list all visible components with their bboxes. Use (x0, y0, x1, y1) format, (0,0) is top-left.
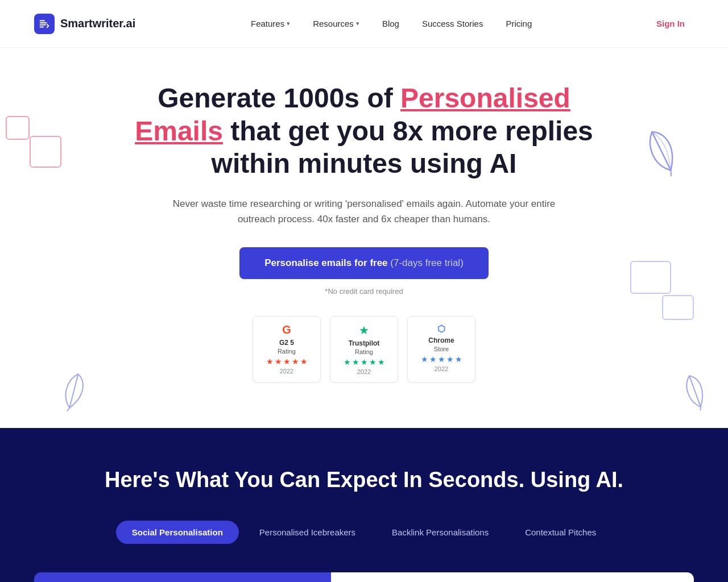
trustpilot-icon: ★ (359, 323, 369, 337)
chrome-name: Chrome (428, 336, 454, 344)
nav-blog-label: Blog (382, 19, 399, 28)
hero-title-before: Generate 1000s of (158, 83, 400, 113)
nav-item-features[interactable]: Features ▾ (242, 14, 299, 33)
chrome-icon: ⬡ (437, 323, 445, 334)
hero-section: Generate 1000s of Personalised Emails th… (0, 48, 728, 428)
tab-contextual-pitches[interactable]: Contextual Pitches (509, 521, 612, 544)
rating-badge-chrome: ⬡ Chrome Store ★ ★ ★ ★ ★ 2022 (407, 316, 475, 383)
hero-subtitle: Never waste time researching or writing … (171, 196, 557, 227)
hero-title-after: that get you 8x more replies within minu… (212, 116, 593, 179)
nav-item-pricing[interactable]: Pricing (497, 14, 541, 33)
preview-left-panel: Personalise With Social Activity (34, 572, 331, 582)
hero-cta-label: Personalise emails for free (264, 257, 387, 268)
deco-rect-2 (662, 295, 694, 320)
rating-badge-trustpilot: ★ Trustpilot Rating ★ ★ ★ ★ ★ 2022 (330, 316, 398, 383)
g2-stars: ★ ★ ★ ★ ★ (266, 357, 308, 366)
trustpilot-label: Rating (355, 348, 373, 355)
feather-icon-topright (636, 124, 686, 189)
svg-line-1 (67, 408, 69, 411)
svg-line-2 (700, 407, 701, 410)
tab-backlink-personalisations[interactable]: Backlink Personalisations (376, 521, 504, 544)
hero-no-cc-text: *No credit card required (34, 287, 694, 296)
svg-line-0 (669, 171, 673, 176)
chevron-down-icon: ▾ (356, 20, 359, 27)
navbar: Smartwriter.ai Features ▾ Resources ▾ Bl… (0, 0, 728, 48)
nav-logo[interactable]: Smartwriter.ai (34, 14, 135, 34)
preview-row: Personalise With Social Activity Generat… (34, 572, 694, 582)
trustpilot-stars: ★ ★ ★ ★ ★ (344, 357, 385, 367)
hero-cta-button[interactable]: Personalise emails for free (7-days free… (239, 247, 489, 279)
nav-pricing-label: Pricing (506, 19, 532, 28)
nav-success-label: Success Stories (422, 19, 483, 28)
ratings-row: G G2 5 Rating ★ ★ ★ ★ ★ 2022 ★ Trustpilo… (34, 316, 694, 383)
deco-rect-1 (630, 261, 671, 294)
nav-resources-label: Resources (313, 19, 354, 28)
chrome-stars: ★ ★ ★ ★ ★ (421, 355, 462, 364)
hero-title: Generate 1000s of Personalised Emails th… (114, 82, 614, 180)
nav-links: Features ▾ Resources ▾ Blog Success Stor… (242, 14, 541, 33)
tab-personalised-icebreakers[interactable]: Personalised Icebreakers (243, 521, 371, 544)
nav-item-resources[interactable]: Resources ▾ (304, 14, 369, 33)
g2-icon: G (282, 323, 291, 336)
logo-icon (34, 14, 55, 34)
nav-item-success-stories[interactable]: Success Stories (413, 14, 493, 33)
nav-features-label: Features (251, 19, 284, 28)
g2-label: Rating (278, 348, 296, 355)
g2-name: G2 5 (279, 339, 294, 347)
signin-link[interactable]: Sign In (647, 14, 694, 33)
trustpilot-year: 2022 (357, 368, 371, 375)
chevron-down-icon: ▾ (287, 20, 290, 27)
nav-item-blog[interactable]: Blog (373, 14, 408, 33)
chrome-year: 2022 (435, 365, 448, 372)
deco-square-outer (6, 116, 30, 140)
dark-section: Here's What You Can Expect In Seconds. U… (0, 428, 728, 582)
logo-text: Smartwriter.ai (60, 17, 135, 30)
preview-right-panel: Generated AI First Line (331, 572, 694, 582)
deco-square-inner (30, 136, 61, 168)
tab-social-personalisation[interactable]: Social Personalisation (116, 521, 239, 544)
trustpilot-name: Trustpilot (349, 339, 380, 347)
feather-icon-bottomright (679, 371, 711, 419)
chrome-label: Store (434, 346, 449, 352)
hero-cta-trial: (7-days free trial) (390, 257, 463, 268)
g2-year: 2022 (280, 368, 293, 375)
tabs-row: Social Personalisation Personalised Iceb… (34, 521, 694, 544)
dark-section-title: Here's What You Can Expect In Seconds. U… (34, 468, 694, 492)
rating-badge-g2: G G2 5 Rating ★ ★ ★ ★ ★ 2022 (253, 316, 321, 383)
